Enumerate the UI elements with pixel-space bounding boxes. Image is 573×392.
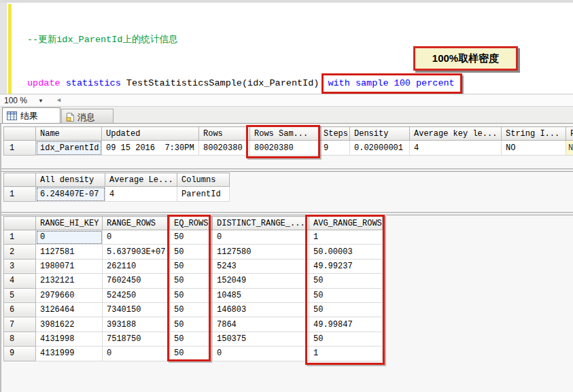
column-header[interactable]: RANGE_HI_KEY <box>36 217 103 230</box>
grid-cell[interactable]: 4 <box>105 187 177 202</box>
row-header[interactable]: 5 <box>4 288 36 302</box>
grid-cell[interactable]: 1127580 <box>213 245 309 259</box>
zoom-level-select[interactable]: 100 %▼ <box>4 96 44 106</box>
grid-cell[interactable]: 09 15 2016 7:30PM <box>102 141 199 156</box>
row-header[interactable]: 4 <box>4 274 36 288</box>
grid-cell[interactable]: 50 <box>309 274 383 288</box>
grid-cell[interactable]: 50 <box>170 230 213 245</box>
column-header[interactable]: Steps <box>319 127 350 141</box>
grid-cell[interactable]: 0 <box>36 230 103 245</box>
sql-sample-clause: with sample 100 percent <box>328 78 454 88</box>
grid-cell[interactable]: 50 <box>309 302 383 317</box>
grid-cell[interactable]: 1 <box>309 230 383 245</box>
grid-cell[interactable]: 0 <box>103 346 170 361</box>
row-header[interactable]: 1 <box>4 187 36 202</box>
column-header[interactable]: DISTINCT_RANGE_... <box>213 217 309 230</box>
table-row: 211275815.637903E+0750112758050.00003 <box>4 245 383 259</box>
sql-editor[interactable]: --更新idx_ParentId上的统计信息 update statistics… <box>0 0 573 94</box>
grid-cell[interactable]: 1980071 <box>36 259 103 273</box>
grid-cell[interactable]: 7518750 <box>103 332 170 346</box>
grid-cell[interactable]: ParentId <box>177 187 230 202</box>
grid-cell[interactable]: 10485 <box>213 288 309 302</box>
grid-cell[interactable]: 4 <box>410 141 502 156</box>
column-header[interactable]: Density <box>350 127 410 141</box>
grid-cell[interactable]: 3126464 <box>36 302 103 317</box>
column-header[interactable]: Average key le... <box>410 127 502 141</box>
column-header[interactable]: Fi... <box>566 127 573 141</box>
grid-cell[interactable]: 9 <box>319 141 350 156</box>
grid-cell[interactable]: 50 <box>170 317 213 332</box>
table-row: 1idx_ParentId09 15 2016 7:30PM8002038080… <box>4 141 573 156</box>
grid-cell[interactable]: 146803 <box>213 302 309 317</box>
grid-cell[interactable]: 50 <box>170 245 213 259</box>
grid-cell[interactable]: 2979660 <box>36 288 103 302</box>
grid-corner[interactable] <box>4 217 36 230</box>
grid-cell[interactable]: 50 <box>170 259 213 273</box>
column-header[interactable]: All density <box>36 173 105 187</box>
grid-cell[interactable]: 50 <box>170 346 213 361</box>
grid-cell[interactable]: 5.637903E+07 <box>103 245 170 259</box>
grid-cell[interactable]: 4131999 <box>36 346 103 361</box>
sql-update-target: TestStaitisticsSample(idx_ParentId) <box>126 78 319 88</box>
grid-cell[interactable]: 7340150 <box>103 302 170 317</box>
results-tabstrip: 结果 消息 <box>0 107 573 123</box>
grid-corner[interactable] <box>4 127 36 141</box>
grid-cell[interactable]: 7864 <box>213 317 309 332</box>
grid-cell[interactable]: 0 <box>103 230 170 245</box>
grid-cell[interactable]: idx_ParentId <box>36 141 102 156</box>
grid-cell[interactable]: 50 <box>170 302 213 317</box>
column-header[interactable]: Columns <box>177 173 230 187</box>
grid-cell[interactable]: 49.99847 <box>309 317 383 332</box>
grid-cell[interactable]: 150375 <box>213 332 309 346</box>
grid-cell[interactable]: 80020380 <box>250 141 319 156</box>
grid-cell[interactable]: 50 <box>170 288 213 302</box>
column-header[interactable]: Name <box>36 127 102 141</box>
grid-cell[interactable]: 50.00003 <box>309 245 383 259</box>
column-header[interactable]: RANGE_ROWS <box>103 217 170 230</box>
column-header[interactable]: Rows Sam... <box>250 127 319 141</box>
scroll-left-button[interactable]: ◄ <box>56 96 62 103</box>
grid-cell[interactable]: 2132121 <box>36 274 103 288</box>
tab-messages[interactable]: 消息 <box>61 109 114 123</box>
row-header[interactable]: 6 <box>4 302 36 317</box>
row-header[interactable]: 7 <box>4 317 36 332</box>
grid-cell[interactable]: 50 <box>170 274 213 288</box>
grid-cell[interactable]: 393188 <box>103 317 170 332</box>
column-header[interactable]: AVG_RANGE_ROWS <box>309 217 383 230</box>
density-vector-grid: All densityAverage Le...Columns16.248407… <box>3 173 230 202</box>
grid-cell[interactable]: 524250 <box>103 288 170 302</box>
grid-cell[interactable]: 1127581 <box>36 245 103 259</box>
row-header[interactable]: 1 <box>4 141 36 156</box>
grid-cell[interactable]: 1 <box>309 346 383 361</box>
grid-cell[interactable]: NULL <box>566 141 573 156</box>
grid-cell[interactable]: 262110 <box>103 259 170 273</box>
grid-corner[interactable] <box>4 173 36 187</box>
grid-cell[interactable]: 0.02000001 <box>350 141 410 156</box>
column-header[interactable]: EQ_ROWS <box>170 217 213 230</box>
grid-cell[interactable]: 4131998 <box>36 332 103 346</box>
row-header[interactable]: 9 <box>4 346 36 361</box>
grid-cell[interactable]: 49.99237 <box>309 259 383 273</box>
grid-cell[interactable]: 50 <box>170 332 213 346</box>
row-header[interactable]: 8 <box>4 332 36 346</box>
grid-cell[interactable]: 6.248407E-07 <box>36 187 105 202</box>
column-header[interactable]: String I... <box>502 127 566 141</box>
tab-results[interactable]: 结果 <box>2 107 60 123</box>
grid-cell[interactable]: 50 <box>309 288 383 302</box>
column-header[interactable]: Average Le... <box>105 173 177 187</box>
row-header[interactable]: 2 <box>4 245 36 259</box>
grid-cell[interactable]: NO <box>502 141 566 156</box>
grid-cell[interactable]: 50 <box>309 332 383 346</box>
column-header[interactable]: Rows <box>199 127 250 141</box>
row-header[interactable]: 1 <box>4 230 36 245</box>
grid-cell[interactable]: 7602450 <box>103 274 170 288</box>
grid-cell[interactable]: 0 <box>213 346 309 361</box>
grid-cell[interactable]: 80020380 <box>199 141 250 156</box>
column-header[interactable]: Updated <box>102 127 199 141</box>
grid-cell[interactable]: 152049 <box>213 274 309 288</box>
grid-cell[interactable]: 3981622 <box>36 317 103 332</box>
row-header[interactable]: 3 <box>4 259 36 273</box>
grid-cell[interactable]: 5243 <box>213 259 309 273</box>
editor-status-strip: 100 %▼ ◄ <box>0 94 573 107</box>
grid-cell[interactable]: 0 <box>213 230 309 245</box>
